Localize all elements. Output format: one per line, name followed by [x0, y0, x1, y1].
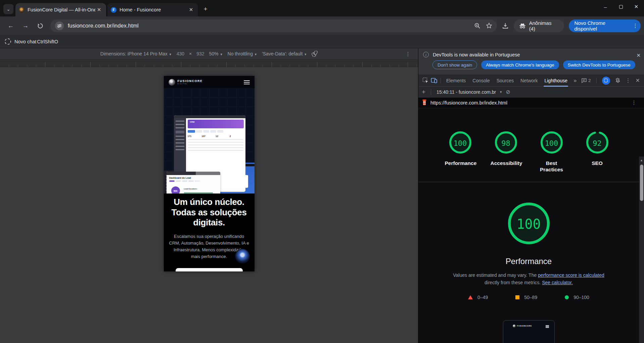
rotate-device-icon[interactable]: [312, 51, 318, 57]
zoom-in-icon[interactable]: [474, 23, 480, 29]
tab-title: FusionCore Digital — All-in-One: [28, 7, 95, 12]
performance-section-title: Performance: [506, 257, 552, 266]
report-run-select[interactable]: 15:40:11 - fusioncore.com.br: [436, 89, 496, 95]
score-label: Accessibility: [491, 160, 521, 166]
tab-home-fusioncore[interactable]: F Home - Fusioncore ✕: [107, 3, 198, 16]
report-url: https://fusioncore.com.br/index.html: [430, 100, 628, 105]
inspect-element-icon[interactable]: [421, 76, 430, 85]
score-accessibility[interactable]: 98 Accessibility: [490, 130, 522, 173]
tab-close-icon[interactable]: ✕: [95, 6, 103, 13]
score-label: Best Practices: [536, 160, 567, 173]
score-calc-link[interactable]: performance score is calculated: [538, 272, 604, 278]
back-icon[interactable]: ←: [5, 20, 16, 32]
score-seo[interactable]: 92 SEO: [581, 130, 613, 173]
bookmarks-bar: Novo chat CtrlShiftO: [0, 35, 644, 48]
see-calculator-link[interactable]: See calculator.: [542, 280, 573, 285]
maximize-button[interactable]: [613, 0, 629, 13]
issues-counter[interactable]: 2: [581, 78, 591, 83]
new-report-icon[interactable]: +: [422, 88, 425, 96]
tab-console[interactable]: Console: [469, 75, 493, 87]
lighthouse-report: 100 Performance 98 Accessibility 100: [418, 123, 644, 343]
devtools-pane: i DevTools is now available in Portugues…: [418, 48, 644, 343]
scrollbar-thumb[interactable]: [640, 165, 643, 201]
window-controls: – ✕: [598, 0, 644, 13]
settings-gear-icon[interactable]: [613, 76, 622, 85]
bottom-card-edge: [176, 268, 243, 271]
incognito-count-label: Anônimas (4): [529, 20, 559, 32]
reload-icon[interactable]: [35, 20, 46, 32]
score-legend: 0–49 50–89 90–100: [468, 295, 589, 300]
device-toolbar-menu-icon[interactable]: ⋮: [405, 51, 411, 57]
bookmark-star-icon[interactable]: [486, 23, 492, 29]
clear-reports-icon[interactable]: ⊘: [506, 89, 510, 95]
tab-lighthouse[interactable]: Lighthouse: [541, 75, 571, 87]
device-toolbar: Dimensions: iPhone 14 Pro Max▼ 430 × 932…: [0, 48, 418, 59]
tab-search-button[interactable]: ⌄: [3, 4, 13, 14]
switch-portuguese-button[interactable]: Switch DevTools to Portuguese: [563, 60, 635, 69]
page-screenshot-thumbnail: FUSIONCORE: [503, 320, 555, 343]
device-toolbar-toggle-icon[interactable]: [430, 76, 439, 85]
devtools-scrollbar[interactable]: ▲: [639, 157, 644, 343]
devtools-close-icon[interactable]: ✕: [634, 77, 641, 84]
browser-menu-icon[interactable]: ⋮: [633, 23, 638, 29]
chrome-update-button[interactable]: Novo Chrome disponível ⋮: [569, 19, 641, 32]
score-value: 92: [585, 130, 609, 156]
url-text[interactable]: fusioncore.com.br/index.html: [68, 23, 474, 29]
device-zoom-select[interactable]: 50%▼: [209, 51, 223, 56]
tab-sources[interactable]: Sources: [493, 75, 517, 87]
tab-network[interactable]: Network: [517, 75, 541, 87]
legend-range: 50–89: [524, 295, 537, 300]
performance-gauge: 100: [506, 201, 551, 247]
device-width-field[interactable]: 430: [177, 51, 184, 56]
downloads-icon[interactable]: [502, 22, 509, 30]
new-tab-button[interactable]: +: [201, 4, 210, 14]
report-menu-icon[interactable]: ⋮: [631, 99, 641, 106]
lighthouse-icon: [422, 99, 427, 106]
tab-close-icon[interactable]: ✕: [187, 6, 195, 13]
horizontal-ruler: [0, 59, 418, 67]
score-label: SEO: [592, 160, 603, 166]
fusioncore-logo-icon: [169, 79, 175, 86]
incognito-icon: [519, 23, 526, 29]
device-throttling-select[interactable]: No throttling▼: [228, 51, 257, 56]
chrome-update-label: Novo Chrome disponível: [574, 20, 629, 32]
device-dimensions-select[interactable]: Dimensions: iPhone 14 Pro Max▼: [100, 51, 172, 56]
omnibox[interactable]: fusioncore.com.br/index.html: [50, 19, 497, 32]
site-settings-icon[interactable]: [55, 22, 64, 30]
devtools-menu-icon[interactable]: ⋮: [626, 77, 631, 84]
new-chat-shortcut: CtrlShiftO: [37, 39, 58, 44]
tab-strip: ⌄ FusionCore Digital — All-in-One ✕ F Ho…: [0, 0, 644, 16]
score-value: 100: [448, 130, 472, 156]
score-value: 98: [494, 130, 518, 156]
tab-fusioncore-digital[interactable]: FusionCore Digital — All-in-One ✕: [15, 3, 106, 16]
dimensions-times-label: ×: [189, 51, 192, 56]
dont-show-again-button[interactable]: Don't show again: [432, 60, 477, 69]
language-banner: i DevTools is now available in Portugues…: [418, 48, 644, 75]
new-chat-bookmark[interactable]: Novo chat: [14, 39, 36, 44]
scroll-up-icon[interactable]: ▲: [639, 159, 644, 162]
banner-close-icon[interactable]: ✕: [636, 52, 641, 58]
more-tabs-icon[interactable]: »: [571, 77, 579, 84]
crm-title: CRM: [188, 120, 244, 128]
score-best-practices[interactable]: 100 Best Practices: [536, 130, 568, 173]
tab-elements[interactable]: Elements: [443, 75, 469, 87]
minimize-button[interactable]: –: [598, 0, 613, 13]
metrics-note: Values are estimated and may vary. The p…: [448, 271, 609, 287]
lighthouse-toolbar: + 15:40:11 - fusioncore.com.br ▼ ⊘: [418, 87, 644, 97]
phone-viewport[interactable]: FUSIONCORE DIGITAL E-mail Marketing CRM: [164, 76, 255, 271]
incognito-badge[interactable]: Anônimas (4): [514, 19, 564, 32]
hamburger-menu-icon[interactable]: [244, 79, 250, 85]
close-button[interactable]: ✕: [629, 0, 644, 13]
issues-count: 2: [588, 78, 591, 83]
match-language-button[interactable]: Always match Chrome's language: [481, 60, 559, 69]
run-dropdown-icon[interactable]: ▼: [499, 90, 502, 94]
fusioncore-f-favicon: F: [111, 7, 117, 13]
hero-collage: E-mail Marketing CRM 171 107 12 2: [164, 88, 255, 194]
average-range-icon: [515, 295, 519, 299]
save-data-select[interactable]: 'Save-Data': default▼: [262, 51, 307, 56]
device-height-field[interactable]: 932: [196, 51, 204, 56]
hero-headline: Um único núcleo. Todas as soluções digit…: [167, 197, 251, 228]
ai-assistance-icon[interactable]: [602, 77, 610, 85]
forward-icon[interactable]: →: [20, 20, 31, 32]
score-performance[interactable]: 100 Performance: [444, 130, 476, 173]
